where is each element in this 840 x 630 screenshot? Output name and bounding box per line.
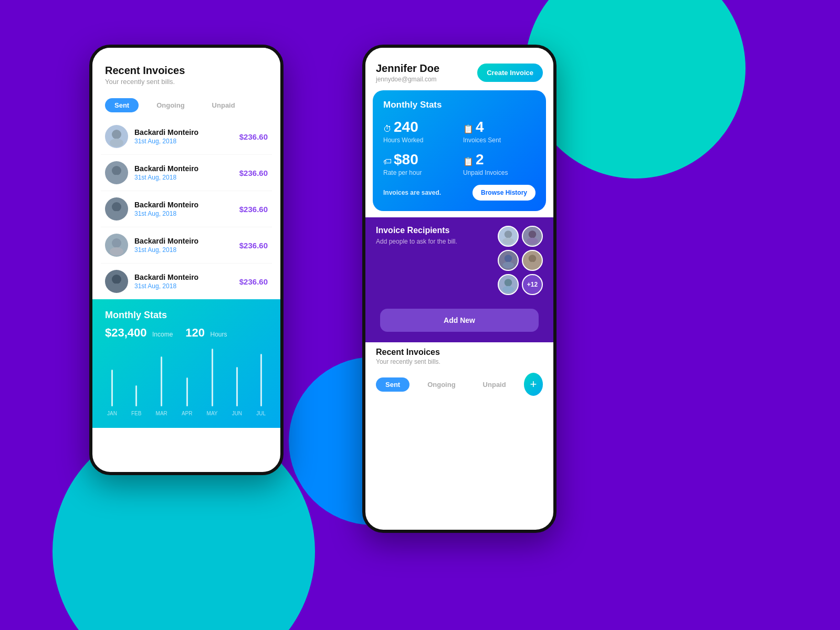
chart-x-label: JAN (107, 411, 117, 416)
tab-ongoing-left[interactable]: Ongoing (147, 98, 194, 112)
table-row[interactable]: Backardi Monteiro 31st Aug, 2018 $236.60 (101, 155, 272, 191)
bar (135, 385, 137, 406)
rate-icon: 🏷 (383, 157, 392, 166)
svg-point-17 (527, 262, 538, 269)
invoice-name: Backardi Monteiro (134, 237, 239, 245)
invoices-sent-icon: 📋 (463, 124, 474, 134)
svg-point-19 (502, 286, 514, 293)
avatar (105, 234, 128, 257)
hours-worked-label: Hours Worked (383, 136, 456, 144)
browse-history-button[interactable]: Browse History (472, 185, 536, 201)
recent-invoices-title: Recent Invoices (376, 348, 543, 357)
svg-point-9 (110, 284, 123, 292)
table-row[interactable]: Backardi Monteiro 31st Aug, 2018 $236.60 (101, 191, 272, 227)
tab-ongoing-right[interactable]: Ongoing (418, 377, 465, 392)
bar (161, 356, 162, 406)
invoice-info: Backardi Monteiro 31st Aug, 2018 (134, 237, 239, 254)
chart-column: JUN (232, 367, 242, 416)
svg-point-6 (112, 238, 121, 248)
stat-invoices-sent: 📋 4 Invoices Sent (463, 119, 536, 144)
recipients-info: Invoice Recipients Add people to ask for… (376, 226, 457, 246)
table-row[interactable]: Backardi Monteiro 31st Aug, 2018 $236.60 (101, 264, 272, 299)
saved-text: Invoices are saved. (383, 189, 441, 196)
recipients-avatars: +12 (498, 226, 543, 295)
svg-point-5 (110, 211, 123, 219)
extra-count-badge[interactable]: +12 (522, 274, 543, 295)
bottom-tab-bar: Sent Ongoing Unpaid + (365, 369, 553, 400)
svg-point-14 (505, 255, 512, 262)
rate-value: $80 (394, 151, 418, 168)
tab-unpaid-right[interactable]: Unpaid (474, 377, 516, 392)
add-new-button[interactable]: Add New (380, 309, 539, 332)
avatar[interactable] (522, 250, 543, 271)
rate-label: Rate per hour (383, 169, 456, 176)
recent-invoices-subtitle: Your recently sent bills. (376, 358, 543, 365)
recipients-title: Invoice Recipients (376, 226, 457, 235)
bar (236, 367, 238, 406)
stat-income: $23,400 Income (105, 326, 173, 340)
chart-x-label: APR (182, 411, 193, 416)
invoice-list-left: Backardi Monteiro 31st Aug, 2018 $236.60… (92, 119, 280, 299)
income-value: $23,400 (105, 326, 147, 339)
table-row[interactable]: Backardi Monteiro 31st Aug, 2018 $236.60 (101, 227, 272, 264)
monthly-stats-left: Monthly Stats $23,400 Income 120 Hours J… (92, 299, 280, 428)
avatar[interactable] (498, 274, 519, 295)
chart-column: JAN (107, 370, 117, 416)
tab-unpaid-left[interactable]: Unpaid (203, 98, 245, 112)
svg-point-1 (110, 139, 123, 147)
recipients-section: Invoice Recipients Add people to ask for… (365, 217, 553, 303)
invoice-date: 31st Aug, 2018 (134, 282, 239, 290)
svg-point-16 (529, 255, 536, 262)
user-email: jennydoe@gmail.com (376, 76, 439, 83)
stats-income-row: $23,400 Income 120 Hours (105, 326, 268, 340)
invoice-amount: $236.60 (239, 169, 268, 177)
monthly-stats-title-right: Monthly Stats (383, 100, 536, 110)
hours-label: Hours (211, 331, 227, 338)
hours-worked-value: 240 (394, 119, 418, 135)
stat-unpaid-invoices: 📋 2 Unpaid Invoices (463, 151, 536, 176)
chart-x-label: JUN (232, 411, 242, 416)
table-row[interactable]: Backardi Monteiro 31st Aug, 2018 $236.60 (101, 119, 272, 155)
bar (260, 354, 262, 406)
add-new-container: Add New (365, 303, 553, 342)
invoice-amount: $236.60 (239, 132, 268, 141)
tab-sent-left[interactable]: Sent (105, 98, 139, 112)
invoice-date: 31st Aug, 2018 (134, 138, 239, 145)
unpaid-value: 2 (476, 151, 484, 168)
chart-x-label: MAY (207, 411, 218, 416)
phone-left-title: Recent Invoices (105, 65, 268, 77)
svg-point-12 (529, 230, 536, 238)
chart-column: FEB (131, 385, 141, 416)
invoice-name: Backardi Monteiro (134, 164, 239, 173)
svg-point-13 (527, 238, 538, 245)
svg-point-2 (112, 166, 121, 175)
avatar[interactable] (498, 226, 519, 247)
bottom-tab-inner: Sent Ongoing Unpaid (376, 377, 516, 392)
svg-point-3 (110, 175, 123, 183)
invoice-amount: $236.60 (239, 277, 268, 286)
bg-blob-teal-top (525, 0, 746, 178)
card-footer: Invoices are saved. Browse History (383, 185, 536, 201)
add-invoice-button[interactable]: + (524, 373, 543, 396)
invoice-info: Backardi Monteiro 31st Aug, 2018 (134, 201, 239, 217)
tab-sent-right[interactable]: Sent (376, 377, 410, 392)
bar-chart: JANFEBMARAPRMAYJUNJUL (105, 348, 268, 416)
invoice-info: Backardi Monteiro 31st Aug, 2018 (134, 273, 239, 290)
create-invoice-button[interactable]: Create Invoice (477, 64, 543, 82)
chart-column: JUL (256, 354, 266, 416)
stat-hours: 120 Hours (185, 326, 227, 340)
chart-x-label: JUL (256, 411, 266, 416)
recent-invoices-bottom: Recent Invoices Your recently sent bills… (365, 342, 553, 369)
phone-left-tab-bar: Sent Ongoing Unpaid (92, 94, 280, 119)
avatar[interactable] (498, 250, 519, 271)
avatar (105, 161, 128, 184)
invoices-sent-label: Invoices Sent (463, 136, 536, 144)
hours-worked-icon: ⏱ (383, 124, 392, 134)
avatar[interactable] (522, 226, 543, 247)
bar (186, 377, 188, 406)
svg-point-8 (112, 275, 121, 284)
unpaid-label: Unpaid Invoices (463, 169, 536, 176)
avatar (105, 197, 128, 220)
bar (111, 370, 113, 406)
hours-value: 120 (185, 326, 205, 339)
